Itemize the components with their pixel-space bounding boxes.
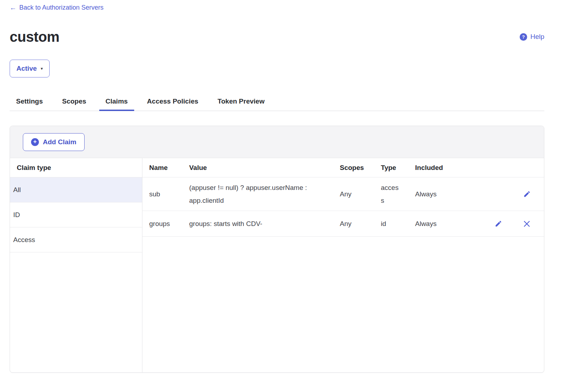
col-header-included: Included	[408, 161, 464, 174]
claim-type-sidebar: Claim type All ID Access	[10, 158, 142, 373]
claims-panel-body: Claim type All ID Access Name Value Scop…	[10, 158, 544, 373]
status-label: Active	[16, 65, 37, 72]
add-claim-button[interactable]: + Add Claim	[23, 133, 85, 151]
table-row-groups: groups groups: starts with CDV- Any id A…	[142, 211, 544, 237]
plus-circle-icon: +	[31, 138, 39, 146]
help-button[interactable]: ? Help	[520, 33, 544, 41]
claims-table-header: Name Value Scopes Type Included	[142, 158, 544, 177]
claim-type-item-id[interactable]: ID	[10, 202, 142, 227]
edit-claim-button[interactable]	[494, 220, 503, 228]
claim-included: Always	[408, 188, 464, 201]
claim-type-item-access[interactable]: Access	[10, 227, 142, 252]
close-icon	[524, 221, 530, 227]
claim-type-header: Claim type	[10, 158, 142, 177]
col-header-type: Type	[374, 161, 408, 174]
page-header: custom ? Help	[10, 29, 544, 45]
claim-scopes: Any	[333, 188, 374, 201]
delete-claim-button[interactable]	[523, 220, 531, 228]
claims-table: Name Value Scopes Type Included sub (app…	[142, 158, 544, 373]
help-label: Help	[530, 33, 544, 41]
back-link-label: Back to Authorization Servers	[19, 4, 104, 11]
table-row-sub: sub (appuser != null) ? appuser.userName…	[142, 177, 544, 211]
col-header-scopes: Scopes	[333, 161, 374, 174]
tab-token-preview[interactable]: Token Preview	[211, 92, 271, 111]
claim-included: Always	[408, 217, 464, 230]
page-title: custom	[10, 29, 59, 45]
edit-claim-button[interactable]	[523, 190, 531, 198]
claims-panel-toolbar: + Add Claim	[10, 126, 544, 158]
status-dropdown[interactable]: Active ▾	[10, 60, 50, 77]
back-link[interactable]: ← Back to Authorization Servers	[10, 4, 104, 11]
row-actions	[464, 190, 544, 198]
help-icon: ?	[520, 33, 527, 41]
tab-settings[interactable]: Settings	[10, 92, 49, 111]
tab-scopes[interactable]: Scopes	[56, 92, 93, 111]
back-arrow-icon: ←	[10, 4, 16, 11]
col-header-name: Name	[142, 161, 182, 174]
tab-access-policies[interactable]: Access Policies	[141, 92, 205, 111]
claim-name: groups	[142, 217, 182, 230]
tab-claims[interactable]: Claims	[99, 92, 134, 111]
claim-value: (appuser != null) ? appuser.userName : a…	[182, 181, 333, 207]
chevron-down-icon: ▾	[41, 66, 43, 71]
claim-value: groups: starts with CDV-	[182, 217, 333, 230]
col-header-value: Value	[182, 161, 333, 174]
claim-scopes: Any	[333, 217, 374, 230]
claim-type-item-all[interactable]: All	[10, 177, 142, 202]
pencil-icon	[495, 220, 502, 227]
tab-bar: Settings Scopes Claims Access Policies T…	[10, 92, 544, 111]
add-claim-label: Add Claim	[43, 138, 76, 146]
claim-name: sub	[142, 188, 182, 201]
claim-type: id	[374, 217, 408, 230]
pencil-icon	[523, 190, 531, 198]
page: ← Back to Authorization Servers custom ?…	[0, 0, 565, 373]
row-actions	[464, 220, 544, 228]
claims-panel: + Add Claim Claim type All ID Access Nam…	[10, 126, 544, 373]
claim-type: access	[374, 181, 408, 207]
